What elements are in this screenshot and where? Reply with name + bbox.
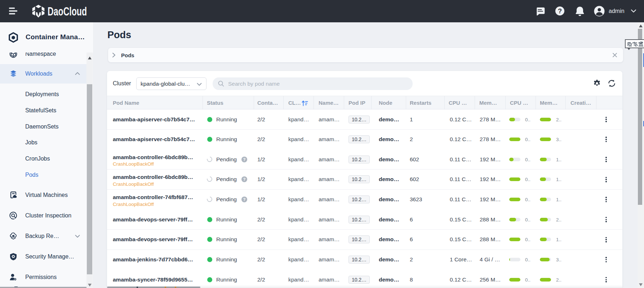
svg-text:?: ? [558,7,562,15]
